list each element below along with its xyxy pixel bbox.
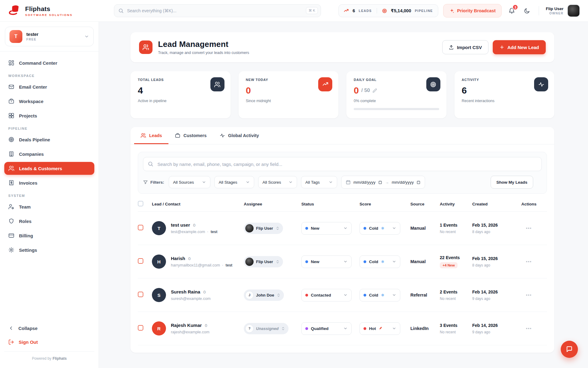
date-picker-icon[interactable] [378, 180, 382, 184]
column-header: Activity [440, 202, 472, 206]
notifications-button[interactable]: 3 [507, 6, 517, 16]
leads-table: Lead / Contact Assignee Status Score Sou… [138, 196, 547, 345]
date-to-field[interactable]: mm/dd/yyyy [392, 180, 414, 185]
date-range-filter[interactable]: mm/dd/yyyy → mm/dd/yyyy [341, 176, 425, 189]
assignee-selector[interactable]: ? Unassigned [244, 323, 288, 334]
receipt-icon [8, 180, 14, 186]
avatar[interactable] [567, 4, 580, 17]
sidebar-section-system: SYSTEM [8, 194, 90, 197]
edit-goal-icon[interactable] [372, 88, 377, 93]
sign-out-label: Sign Out [19, 339, 38, 345]
tags-filter-dropdown[interactable]: All Tags [301, 176, 337, 188]
status-select[interactable]: New [301, 222, 352, 235]
add-new-lead-button[interactable]: Add New Lead [493, 40, 546, 54]
lead-email: harrymailbox11@gmail.com [171, 263, 220, 267]
score-dot [364, 227, 366, 230]
activity-icon [534, 77, 548, 91]
scores-filter-dropdown[interactable]: All Scores [258, 176, 297, 188]
filters-label: Filters: [143, 180, 164, 185]
leads-count: 6 [352, 8, 355, 13]
main-content: Lead Management Track, manage and conver… [99, 22, 588, 368]
briefcase-icon [8, 98, 14, 104]
sidebar-item-billing[interactable]: Billing [4, 229, 94, 242]
sidebar-item-invoices[interactable]: Invoices [4, 176, 94, 189]
lead-source: Manual [410, 259, 440, 264]
dark-mode-toggle[interactable] [522, 6, 532, 16]
lead-score-number: 0 [205, 323, 207, 328]
score-select[interactable]: Hot [360, 322, 400, 335]
chevron-left-icon [8, 325, 14, 331]
status-select[interactable]: New [301, 255, 352, 268]
account-switcher[interactable]: T tester FREE [5, 27, 94, 46]
user-menu[interactable]: Flip User OWNER [546, 4, 580, 17]
priority-broadcast-button[interactable]: Priority Broadcast [443, 4, 502, 17]
row-checkbox[interactable] [138, 292, 143, 297]
row-actions-button[interactable]: ⋯ [511, 258, 547, 265]
page-subtitle: Track, manage and convert your leads int… [158, 51, 249, 55]
collapse-sidebar-button[interactable]: Collapse [4, 322, 94, 334]
keyboard-shortcut-badge: ⌘ K [306, 7, 318, 14]
sidebar-item-command-center[interactable]: Command Center [4, 56, 94, 69]
lead-name[interactable]: Rajesh Kumar [171, 323, 202, 328]
assignee-selector[interactable]: Flip User [244, 256, 283, 267]
assignee-selector[interactable]: J John Doe [244, 289, 284, 301]
assignee-avatar [245, 224, 254, 232]
upload-icon [449, 45, 454, 50]
show-my-leads-button[interactable]: Show My Leads [491, 176, 533, 189]
import-csv-button[interactable]: Import CSV [442, 40, 488, 54]
score-select[interactable]: Cold ❄ [360, 289, 400, 301]
row-checkbox[interactable] [138, 325, 143, 331]
sign-out-button[interactable]: Sign Out [4, 336, 94, 348]
sources-filter-dropdown[interactable]: All Sources [169, 176, 210, 188]
select-all-checkbox[interactable] [138, 201, 143, 206]
lead-name[interactable]: test user [171, 222, 190, 228]
sidebar-item-team[interactable]: Team [4, 200, 94, 213]
row-actions-button[interactable]: ⋯ [511, 292, 547, 299]
sidebar-item-projects[interactable]: Projects [4, 109, 94, 122]
date-from-field[interactable]: mm/dd/yyyy [353, 180, 375, 185]
status-dot [305, 327, 308, 330]
tab-customers[interactable]: Customers [168, 127, 213, 144]
stages-filter-dropdown[interactable]: All Stages [214, 176, 254, 188]
sidebar-item-deals-pipeline[interactable]: Deals Pipeline [4, 133, 94, 146]
header-stats-pill: 6 LEADS ₹5,14,000 PIPELINE [338, 4, 438, 17]
events-count: 1 Events [440, 223, 472, 228]
date-picker-icon[interactable] [417, 180, 420, 184]
lead-avatar: S [152, 288, 166, 302]
funnel-icon [143, 180, 148, 185]
sidebar-item-workspace[interactable]: Workspace [4, 95, 94, 108]
sidebar-item-leads-customers[interactable]: Leads & Customers [4, 162, 94, 175]
tab-global-activity[interactable]: Global Activity [213, 127, 266, 144]
lead-source: LinkedIn [410, 326, 440, 331]
stat-cards: TOTAL LEADS 4 Active in pipeline NEW TOD… [130, 71, 554, 118]
status-select[interactable]: Contacted [301, 289, 352, 301]
moon-icon [524, 8, 530, 14]
row-actions-button[interactable]: ⋯ [511, 225, 547, 232]
sidebar-item-settings[interactable]: Settings [4, 243, 94, 256]
lead-name[interactable]: Suresh Raina [171, 289, 200, 294]
chat-support-button[interactable] [561, 341, 578, 358]
sidebar-item-email-center[interactable]: Email Center [4, 80, 94, 93]
credit-card-icon [8, 232, 14, 239]
score-select[interactable]: Cold ❄ [360, 222, 400, 235]
sidebar-item-companies[interactable]: Companies [4, 148, 94, 160]
global-search-input[interactable] [114, 4, 321, 17]
table-row: T test user 0 test@example.com test [138, 212, 547, 245]
score-select[interactable]: Cold ❄ [360, 255, 400, 268]
users-icon [8, 165, 14, 171]
lead-name[interactable]: Harish [171, 256, 185, 261]
assignee-selector[interactable]: Flip User [244, 223, 283, 234]
sidebar-item-roles[interactable]: Roles [4, 215, 94, 228]
sidebar-nav: Command Center WORKSPACE Email Center Wo… [0, 52, 99, 322]
chevron-down-icon [84, 34, 89, 39]
table-row: S Suresh Raina 0 suresh@example.com [138, 278, 547, 312]
lead-search-input[interactable] [143, 157, 542, 171]
row-checkbox[interactable] [138, 258, 143, 264]
lead-score-number: 0 [193, 223, 196, 228]
sidebar: T tester FREE Command Center WORKSPACE E… [0, 22, 99, 368]
stat-card-new-today: NEW TODAY 0 Since midnight [239, 71, 339, 118]
row-checkbox[interactable] [138, 225, 143, 230]
tab-leads[interactable]: Leads [134, 127, 168, 144]
status-select[interactable]: Qualified [301, 322, 352, 335]
row-actions-button[interactable]: ⋯ [511, 325, 547, 332]
